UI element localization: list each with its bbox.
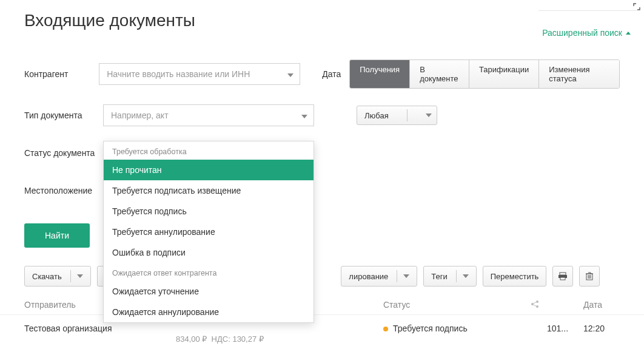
caret-up-icon [626, 32, 631, 35]
date-label: Дата [322, 69, 341, 79]
status-group-awaiting: Ожидается ответ контрагента [104, 263, 314, 281]
row-sender: Тестовая организация [24, 324, 176, 333]
row-num: 101... [547, 324, 583, 333]
date-tab-indoc[interactable]: В документе [410, 60, 469, 88]
status-option[interactable]: Требуется подпись [104, 201, 314, 222]
status-option[interactable]: Требуется подписать извещение [104, 180, 314, 201]
annul-label: лирование [349, 272, 388, 281]
row-date: 12:20 [583, 324, 620, 333]
status-option[interactable]: Не прочитан [104, 160, 314, 180]
chevron-down-icon [463, 274, 469, 278]
date-range-value: Любая [364, 111, 389, 120]
counterparty-input[interactable]: Начните вводить название или ИНН [99, 63, 300, 85]
tags-label: Теги [431, 272, 447, 281]
svg-point-6 [536, 305, 538, 308]
status-dot-icon [383, 327, 388, 331]
annul-button[interactable]: лирование [341, 266, 417, 287]
date-tab-received[interactable]: Получения [350, 60, 410, 88]
date-range-select[interactable]: Любая [357, 106, 437, 125]
print-icon [558, 272, 567, 280]
status-group-processing: Требуется обработка [104, 141, 314, 160]
doctype-placeholder: Например, акт [111, 110, 169, 120]
tags-button[interactable]: Теги [423, 266, 476, 287]
status-dropdown[interactable]: Требуется обработка Не прочитан Требуетс… [103, 141, 314, 323]
doctype-label: Тип документа [24, 110, 103, 120]
delete-button[interactable] [579, 266, 600, 287]
counterparty-label: Контрагент [24, 69, 99, 79]
location-label: Местоположение [24, 186, 103, 195]
docstatus-label: Статус документа [24, 148, 103, 158]
doctype-input[interactable]: Например, акт [103, 104, 314, 126]
svg-rect-2 [560, 277, 565, 280]
chevron-down-icon [301, 110, 307, 120]
trash-icon [586, 272, 593, 280]
col-date: Дата [583, 300, 620, 310]
date-tab-tariff[interactable]: Тарификации [469, 60, 539, 88]
chevron-down-icon [426, 114, 432, 117]
advanced-search-toggle[interactable]: Расширенный поиск [531, 11, 644, 44]
move-button[interactable]: Переместить [483, 266, 547, 287]
date-tab-statuschange[interactable]: Изменения статуса [539, 60, 619, 88]
table-row[interactable]: Тестовая организация Требуется подпись 1… [0, 315, 644, 337]
row-price: 834,00 ₽ [176, 334, 207, 344]
counterparty-placeholder: Начните вводить название или ИНН [107, 69, 250, 79]
chevron-down-icon [403, 274, 409, 278]
chevron-down-icon [287, 69, 293, 79]
row-price-line: 834,00 ₽ НДС: 130,27 ₽ [0, 334, 644, 344]
status-option[interactable]: Ожидается уточнение [104, 281, 314, 302]
status-option[interactable]: Требуется аннулирование [104, 222, 314, 242]
page-title: Входящие документы [24, 11, 195, 30]
move-label: Переместить [491, 272, 539, 281]
svg-rect-0 [560, 273, 566, 275]
date-type-tabs: Получения В документе Тарификации Измене… [349, 59, 620, 89]
svg-point-5 [536, 300, 538, 303]
status-option[interactable]: Ожидается аннулирование [104, 302, 314, 322]
expand-icon[interactable] [633, 2, 640, 12]
download-button[interactable]: Скачать [24, 266, 91, 287]
search-button[interactable]: Найти [24, 223, 90, 248]
routing-icon [523, 300, 547, 310]
print-button[interactable] [552, 266, 573, 287]
status-option[interactable]: Ошибка в подписи [104, 242, 314, 263]
download-label: Скачать [32, 272, 62, 281]
row-status: Требуется подпись [383, 324, 523, 333]
row-vat: НДС: 130,27 ₽ [212, 334, 264, 344]
col-status: Статус [383, 300, 523, 310]
chevron-down-icon [77, 274, 83, 278]
advanced-search-label: Расширенный поиск [542, 28, 622, 38]
